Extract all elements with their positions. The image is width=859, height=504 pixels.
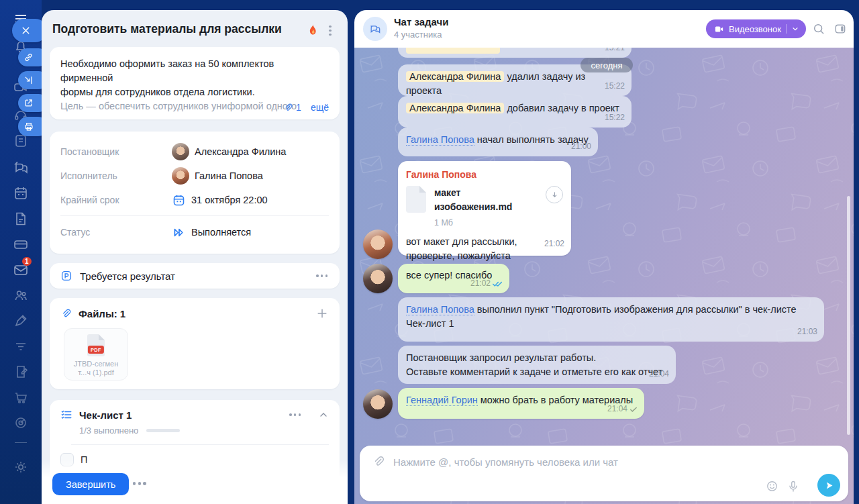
chats-icon[interactable] — [13, 160, 29, 176]
message-time: 21:02 — [470, 276, 503, 291]
message-text: выполнил пункт "Подготовить изображения … — [477, 304, 797, 315]
message-time: 21:00 — [571, 140, 591, 154]
result-label: Требуется результат — [80, 270, 307, 282]
filter-icon[interactable] — [13, 338, 29, 354]
avatar[interactable] — [363, 389, 393, 419]
task-description-card[interactable]: Необходимо оформить заказ на 50 комплект… — [50, 47, 340, 119]
search-icon — [812, 22, 825, 36]
result-icon — [60, 270, 72, 282]
chat-avatar[interactable] — [363, 17, 387, 41]
user-link[interactable]: Галина Попова — [406, 304, 474, 315]
message-input[interactable] — [393, 454, 756, 470]
message-time: 21:02 — [544, 237, 564, 251]
target-icon[interactable] — [13, 415, 29, 431]
avatar[interactable] — [363, 230, 393, 259]
field-label: Крайний срок — [60, 195, 172, 205]
calendar-icon — [172, 193, 186, 207]
field-label: Исполнитель — [60, 170, 172, 181]
complete-task-button[interactable]: Завершить — [52, 473, 129, 495]
mention-chip — [406, 48, 500, 54]
download-button[interactable] — [546, 186, 563, 203]
doc-edit-icon[interactable] — [13, 364, 29, 380]
app-window: 1 Подготовить материалы для рассылки Нео… — [0, 0, 859, 504]
field-value: Выполняется — [191, 227, 251, 238]
chevron-up-icon[interactable] — [318, 409, 329, 420]
file-attachment-tile[interactable]: PDF JTBD-сегмен т...ч (1).pdf — [64, 328, 128, 381]
avatar[interactable] — [363, 264, 393, 293]
message-text: Постановщик запросил результат работы. — [406, 351, 668, 365]
message-time: 21:04 — [649, 367, 669, 381]
message-bubble-cutoff[interactable]: 15:21 — [398, 48, 631, 58]
microphone-icon[interactable] — [787, 479, 800, 493]
priority-fire-icon — [306, 22, 319, 37]
files-title: Файлы: 1 — [79, 308, 309, 319]
single-check-icon — [629, 406, 638, 413]
send-button[interactable] — [817, 474, 840, 497]
cart-icon[interactable] — [13, 389, 29, 405]
result-menu-button[interactable] — [315, 274, 329, 277]
field-deadline[interactable]: Крайний срок 31 октября 22:00 — [60, 188, 329, 212]
field-value: Александра Филина — [195, 146, 286, 157]
mail-unread-badge: 1 — [22, 257, 32, 266]
outgoing-message[interactable]: Геннадий Горинможно брать в работу матер… — [398, 388, 644, 419]
attach-paperclip-icon[interactable] — [372, 455, 385, 468]
field-status[interactable]: Статус Выполняется — [60, 220, 329, 244]
chat-scrollbar[interactable] — [847, 196, 850, 435]
show-more-link[interactable]: ещё — [311, 102, 329, 113]
attached-file-size: 1 Мб — [434, 216, 538, 230]
field-value: Галина Попова — [195, 170, 263, 181]
emoji-icon[interactable] — [766, 480, 778, 493]
mention-chip[interactable]: Александра Филина — [406, 103, 504, 113]
checklist-menu-button[interactable] — [288, 413, 302, 416]
arrow-collapse-icon — [23, 75, 34, 85]
user-link[interactable]: Геннадий Горин — [406, 395, 478, 406]
printer-icon — [23, 121, 34, 132]
chat-members-count: 4 участника — [394, 30, 442, 40]
user-link[interactable]: Галина Попова — [406, 134, 474, 146]
video-camera-icon — [714, 24, 724, 34]
task-title: Подготовить материалы для рассылки — [52, 22, 307, 36]
message-time: 15:22 — [605, 111, 625, 125]
message-sender[interactable]: Галина Попова — [406, 168, 563, 182]
system-message[interactable]: Александра Филинадобавил задачу в проект… — [398, 96, 631, 128]
toggle-sidebar-button[interactable] — [833, 22, 847, 36]
chat-title: Чат задачи — [394, 16, 448, 28]
attached-file-name[interactable]: макет изобоажения.md — [434, 186, 538, 214]
avatar — [172, 167, 189, 185]
chevron-down-icon — [791, 25, 799, 33]
file-icon — [406, 186, 426, 213]
mention-chip[interactable]: Александра Филина — [406, 71, 504, 82]
document-icon[interactable] — [13, 211, 29, 227]
message-time: 21:04 — [607, 402, 638, 416]
divider — [786, 24, 787, 34]
checklist-title: Чек-лист 1 — [79, 409, 281, 421]
message-text: Оставьте комментарий к задаче и отметьте… — [406, 365, 668, 379]
settings-gear-icon[interactable] — [13, 459, 29, 475]
pdf-badge: PDF — [88, 346, 104, 354]
add-file-button[interactable] — [315, 307, 329, 320]
people-icon[interactable] — [13, 287, 29, 303]
card-icon[interactable] — [13, 236, 29, 252]
system-message[interactable]: Постановщик запросил результат работы. О… — [398, 346, 676, 384]
files-card: Файлы: 1 PDF JTBD-сегмен т...ч (1).pdf — [50, 298, 340, 389]
file-message[interactable]: Галина Попова макет изобоажения.md 1 Мб … — [398, 161, 571, 256]
field-assignee[interactable]: Исполнитель Галина Попова — [60, 164, 329, 188]
video-call-button[interactable]: Видеозвонок — [706, 19, 806, 38]
pen-icon[interactable] — [13, 313, 29, 329]
task-more-actions-button[interactable] — [132, 482, 148, 485]
system-message[interactable]: Галина Попованачал выполнять задачу 21:0… — [398, 128, 598, 156]
paperclip-icon — [60, 308, 72, 319]
field-owner[interactable]: Постановщик Александра Филина — [60, 140, 329, 164]
divider — [71, 444, 329, 445]
chat-message-area: 15:21 сегодня Александра Филинаудалил за… — [354, 48, 854, 504]
result-required-card[interactable]: Требуется результат — [50, 263, 340, 289]
task-menu-button[interactable] — [329, 23, 332, 38]
search-button[interactable] — [812, 22, 825, 36]
message-input-card[interactable] — [360, 446, 848, 501]
outgoing-message[interactable]: все супер! спасибо 21:02 — [398, 264, 509, 293]
calendar-icon[interactable] — [13, 185, 29, 201]
sidebar-divider — [15, 442, 27, 443]
message-text: вот макет для рассылки, — [406, 235, 563, 249]
checklist-progress-label: 1/3 выполнено — [79, 425, 138, 436]
system-message[interactable]: Галина Поповавыполнил пункт "Подготовить… — [398, 297, 824, 342]
